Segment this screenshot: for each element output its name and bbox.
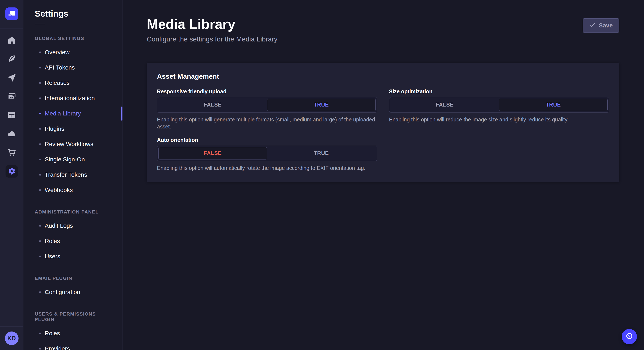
- toggle-true-option[interactable]: TRUE: [267, 147, 376, 160]
- bullet-icon: [39, 97, 41, 99]
- toggle-false-option[interactable]: FALSE: [390, 99, 499, 111]
- avatar-cell: KD: [0, 326, 23, 350]
- subnav-item-label: Internationalization: [45, 95, 95, 102]
- subnav-item-releases[interactable]: Releases: [24, 75, 122, 91]
- bullet-icon: [39, 67, 41, 68]
- main-nav-rail: KD: [0, 0, 24, 350]
- section-heading-administration-panel: ADMINISTRATION PANEL: [35, 209, 111, 215]
- subnav-item-admin-roles[interactable]: Roles: [24, 233, 122, 249]
- shopping-cart-icon: [7, 148, 16, 158]
- bullet-icon: [39, 225, 41, 227]
- section-heading-email-plugin: EMAIL PLUGIN: [35, 276, 111, 281]
- field-label: Responsive friendly upload: [157, 88, 377, 95]
- field-description: Enabling this option will reduce the ima…: [389, 116, 609, 123]
- field-label: Auto orientation: [157, 137, 377, 143]
- save-button-label: Save: [599, 22, 613, 29]
- size-optimization-toggle: FALSE TRUE: [389, 97, 609, 113]
- subnav-item-audit-logs[interactable]: Audit Logs: [24, 218, 122, 233]
- cloud-icon: [7, 129, 16, 139]
- toggle-true-option[interactable]: TRUE: [267, 99, 376, 111]
- subnav-item-plugins[interactable]: Plugins: [24, 121, 122, 137]
- nav-media-library[interactable]: [7, 92, 16, 101]
- subnav-item-single-sign-on[interactable]: Single Sign-On: [24, 152, 122, 167]
- bullet-icon: [39, 256, 41, 257]
- subnav-item-label: API Tokens: [45, 64, 75, 71]
- home-icon: [7, 35, 16, 45]
- rail-icon-list: [6, 29, 18, 176]
- nav-releases[interactable]: [7, 73, 16, 82]
- strapi-logo-icon: [5, 7, 18, 21]
- subnav-item-up-providers[interactable]: Providers: [24, 341, 122, 350]
- workspace-logo[interactable]: [0, 0, 23, 29]
- feather-icon: [7, 54, 16, 64]
- subnav-item-email-configuration[interactable]: Configuration: [24, 285, 122, 300]
- nav-home[interactable]: [7, 36, 16, 45]
- toggle-false-option[interactable]: FALSE: [158, 99, 267, 111]
- subnav-item-label: Releases: [45, 80, 70, 86]
- administration-panel-list: Audit Logs Roles Users: [24, 218, 122, 264]
- fields-grid: Responsive friendly upload FALSE TRUE En…: [157, 88, 609, 172]
- subnav-item-up-roles[interactable]: Roles: [24, 326, 122, 341]
- bullet-icon: [39, 333, 41, 334]
- subnav-item-overview[interactable]: Overview: [24, 45, 122, 60]
- field-description: Enabling this option will automatically …: [157, 165, 377, 172]
- subnav-item-transfer-tokens[interactable]: Transfer Tokens: [24, 167, 122, 182]
- subnav-item-label: Single Sign-On: [45, 156, 85, 163]
- subnav-item-label: Roles: [45, 238, 60, 245]
- nav-deploy[interactable]: [7, 129, 16, 139]
- layout-icon: [7, 110, 16, 120]
- subnav-item-label: Plugins: [45, 126, 64, 132]
- asset-management-card: Asset Management Responsive friendly upl…: [147, 63, 619, 182]
- nav-content-manager[interactable]: [7, 54, 16, 64]
- toggle-false-option[interactable]: FALSE: [158, 147, 267, 160]
- section-heading-users-permissions-plugin: USERS & PERMISSIONS PLUGIN: [35, 311, 111, 322]
- bullet-icon: [39, 128, 41, 130]
- subnav-item-label: Transfer Tokens: [45, 172, 87, 178]
- subnav-item-label: Overview: [45, 49, 70, 56]
- nav-settings[interactable]: [6, 165, 18, 177]
- bullet-icon: [39, 143, 41, 145]
- media-images-icon: [7, 92, 16, 102]
- subnav-item-label: Audit Logs: [45, 222, 73, 229]
- auto-orientation-toggle: FALSE TRUE: [157, 146, 377, 161]
- page-title-block: Media Library Configure the settings for…: [147, 16, 278, 43]
- subnav-item-label: Roles: [45, 330, 60, 337]
- svg-text:?: ?: [628, 334, 630, 338]
- page-subtitle: Configure the settings for the Media Lib…: [147, 35, 278, 43]
- toggle-true-option[interactable]: TRUE: [499, 99, 608, 111]
- save-button[interactable]: Save: [583, 18, 619, 33]
- user-avatar[interactable]: KD: [5, 332, 18, 345]
- bullet-icon: [39, 51, 41, 53]
- paper-plane-icon: [7, 73, 16, 83]
- subnav-item-review-workflows[interactable]: Review Workflows: [24, 137, 122, 152]
- subnav-item-api-tokens[interactable]: API Tokens: [24, 60, 122, 75]
- subnav-item-label: Providers: [45, 345, 70, 350]
- bullet-icon: [39, 113, 41, 114]
- bullet-icon: [39, 159, 41, 160]
- field-auto-orientation: Auto orientation FALSE TRUE Enabling thi…: [157, 137, 377, 172]
- field-size-optimization: Size optimization FALSE TRUE Enabling th…: [389, 88, 609, 123]
- bullet-icon: [39, 348, 41, 350]
- nav-marketplace[interactable]: [7, 148, 16, 157]
- subnav-item-label: Users: [45, 253, 60, 260]
- subnav-item-internationalization[interactable]: Internationalization: [24, 91, 122, 106]
- field-label: Size optimization: [389, 88, 609, 95]
- help-button[interactable]: ?: [622, 329, 637, 344]
- field-description: Enabling this option will generate multi…: [157, 116, 377, 130]
- title-divider: [35, 24, 45, 24]
- app-window: KD Settings GLOBAL SETTINGS Overview API…: [0, 0, 644, 350]
- bullet-icon: [39, 174, 41, 176]
- check-icon: [589, 22, 596, 29]
- page-title: Media Library: [147, 16, 278, 32]
- settings-subnav: Settings GLOBAL SETTINGS Overview API To…: [24, 0, 122, 350]
- email-plugin-list: Configuration: [24, 285, 122, 300]
- field-responsive-friendly-upload: Responsive friendly upload FALSE TRUE En…: [157, 88, 377, 130]
- subnav-item-media-library[interactable]: Media Library: [24, 106, 122, 121]
- subnav-item-webhooks[interactable]: Webhooks: [24, 182, 122, 198]
- subnav-item-label: Media Library: [45, 110, 81, 117]
- users-permissions-list: Roles Providers: [24, 326, 122, 350]
- gear-icon: [8, 167, 16, 176]
- subnav-item-admin-users[interactable]: Users: [24, 249, 122, 264]
- main-content: Media Library Configure the settings for…: [122, 0, 644, 350]
- nav-content-type-builder[interactable]: [7, 111, 16, 120]
